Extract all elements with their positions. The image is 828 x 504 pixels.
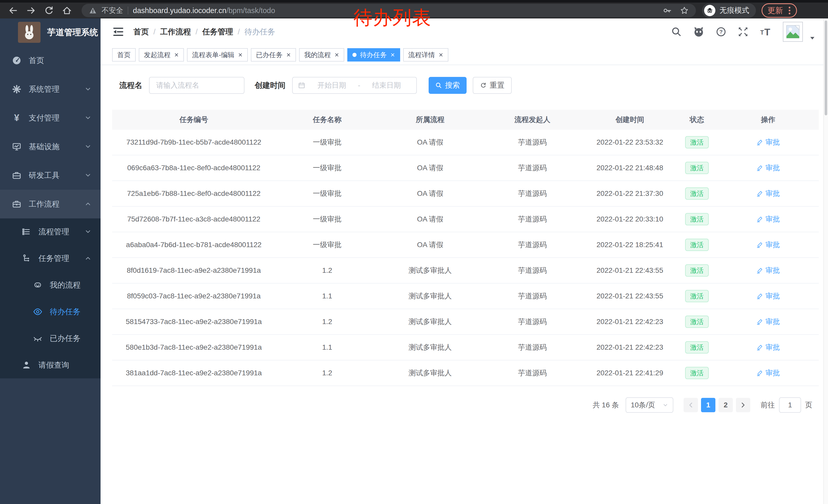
approve-link[interactable]: 审批 bbox=[756, 214, 780, 224]
sidebar-item-process-management[interactable]: 流程管理 bbox=[0, 218, 100, 245]
sidebar-item-my-process[interactable]: 我的流程 bbox=[0, 272, 100, 299]
sidebar-item-payment[interactable]: ¥ 支付管理 bbox=[0, 103, 100, 132]
page-scrollbar[interactable] bbox=[823, 18, 828, 504]
table-row[interactable]: 73211d9d-7b9b-11ec-b5b7-acde48001122 一级审… bbox=[112, 130, 819, 155]
tab-todo-tasks[interactable]: 待办任务 bbox=[347, 48, 400, 61]
url-security-label[interactable]: 不安全 bbox=[101, 6, 123, 15]
svg-text:T: T bbox=[760, 30, 764, 36]
close-icon[interactable] bbox=[334, 53, 339, 57]
tab-home[interactable]: 首页 bbox=[112, 48, 136, 61]
table-row[interactable]: 8f0d1619-7ac8-11ec-a9e2-a2380e71991a 1.2… bbox=[112, 258, 819, 283]
edit-pencil-icon bbox=[756, 165, 763, 171]
sidebar-item-infrastructure[interactable]: 基础设施 bbox=[0, 132, 100, 161]
next-page-button[interactable] bbox=[736, 398, 750, 412]
dashboard-icon bbox=[11, 55, 22, 66]
page-size-select[interactable]: 10条/页 bbox=[626, 397, 673, 413]
sidebar-item-task-management[interactable]: 任务管理 bbox=[0, 245, 100, 272]
chevron-down-icon bbox=[85, 85, 91, 94]
table-row[interactable]: 8f059c03-7ac8-11ec-a9e2-a2380e71991a 1.1… bbox=[112, 283, 819, 309]
scrollbar-thumb[interactable] bbox=[825, 20, 827, 116]
approve-link[interactable]: 审批 bbox=[756, 240, 780, 250]
avatar[interactable] bbox=[783, 22, 803, 42]
close-icon[interactable] bbox=[390, 53, 395, 57]
search-icon[interactable] bbox=[671, 27, 682, 37]
approve-link[interactable]: 审批 bbox=[756, 291, 780, 301]
caret-down-icon[interactable] bbox=[810, 36, 815, 40]
chevron-down-icon bbox=[85, 113, 91, 122]
update-button[interactable]: 更新 bbox=[761, 3, 797, 18]
goto-page-input[interactable] bbox=[779, 397, 801, 413]
kebab-menu-icon[interactable] bbox=[788, 6, 791, 15]
page-button-1[interactable]: 1 bbox=[701, 398, 715, 412]
approve-link[interactable]: 审批 bbox=[756, 189, 780, 198]
end-date-input[interactable] bbox=[362, 81, 411, 90]
tab-done-tasks[interactable]: 已办任务 bbox=[251, 48, 296, 61]
breadcrumb-home[interactable]: 首页 bbox=[133, 27, 149, 37]
incognito-label: 无痕模式 bbox=[719, 5, 749, 16]
close-icon[interactable] bbox=[439, 53, 443, 57]
status-badge: 激活 bbox=[685, 316, 709, 328]
reset-button[interactable]: 重置 bbox=[473, 77, 512, 94]
approve-link[interactable]: 审批 bbox=[756, 266, 780, 275]
star-icon[interactable] bbox=[680, 6, 689, 15]
tab-process-form-edit[interactable]: 流程表单-编辑 bbox=[187, 48, 248, 61]
incognito-icon bbox=[704, 5, 715, 16]
key-icon[interactable] bbox=[663, 6, 672, 15]
sidebar-menu: 首页 系统管理 ¥ 支付管理 基础设施 bbox=[0, 46, 100, 378]
sidebar-item-home[interactable]: 首页 bbox=[0, 46, 100, 75]
search-button[interactable]: 搜索 bbox=[429, 77, 466, 94]
prev-page-button[interactable] bbox=[684, 398, 698, 412]
table-row[interactable]: 58154733-7ac8-11ec-a9e2-a2380e71991a 1.2… bbox=[112, 309, 819, 335]
breadcrumb-workflow[interactable]: 工作流程 bbox=[160, 27, 191, 37]
help-icon[interactable]: ? bbox=[716, 27, 727, 37]
sidebar: 芋道管理系统 首页 系统管理 ¥ 支付管理 bbox=[0, 18, 100, 504]
sidebar-item-workflow[interactable]: 工作流程 bbox=[0, 190, 100, 218]
table-row[interactable]: 75d72608-7b7f-11ec-a3c8-acde48001122 一级审… bbox=[112, 207, 819, 232]
table-row[interactable]: 580e1b3d-7ac8-11ec-a9e2-a2380e71991a 1.1… bbox=[112, 335, 819, 360]
collapse-sidebar-icon[interactable] bbox=[112, 26, 124, 38]
edit-pencil-icon bbox=[756, 293, 763, 300]
approve-link[interactable]: 审批 bbox=[756, 342, 780, 352]
table-row[interactable]: 069c6a63-7b8a-11ec-8ef0-acde48001122 一级审… bbox=[112, 155, 819, 181]
status-badge: 激活 bbox=[685, 213, 709, 225]
task-table: 任务编号 任务名称 所属流程 流程发起人 创建时间 状态 操作 73211d9d… bbox=[112, 110, 819, 386]
font-size-icon[interactable]: TT bbox=[760, 27, 772, 37]
table-row[interactable]: 725a1eb6-7b88-11ec-8ef0-acde48001122 一级审… bbox=[112, 181, 819, 207]
approve-link[interactable]: 审批 bbox=[756, 317, 780, 327]
approve-link[interactable]: 审批 bbox=[756, 163, 780, 173]
sidebar-item-leave-query[interactable]: 请假查询 bbox=[0, 352, 100, 378]
logo-row[interactable]: 芋道管理系统 bbox=[0, 18, 100, 46]
goto-label: 前往 bbox=[760, 400, 775, 410]
pagination: 共 16 条 10条/页 1 2 前往 页 bbox=[100, 397, 823, 413]
sidebar-item-devtools[interactable]: 研发工具 bbox=[0, 161, 100, 190]
tab-my-process[interactable]: 我的流程 bbox=[299, 48, 344, 61]
breadcrumb-task-management[interactable]: 任务管理 bbox=[202, 27, 233, 37]
page-button-2[interactable]: 2 bbox=[718, 398, 733, 412]
sidebar-item-done-tasks[interactable]: 已办任务 bbox=[0, 325, 100, 352]
sidebar-item-todo-tasks[interactable]: 待办任务 bbox=[0, 299, 100, 325]
url-divider bbox=[128, 7, 128, 14]
tab-start-process[interactable]: 发起流程 bbox=[139, 48, 184, 61]
table-row[interactable]: 381aa1dd-7ac8-11ec-a9e2-a2380e71991a 1.2… bbox=[112, 360, 819, 386]
close-icon[interactable] bbox=[174, 53, 179, 57]
chevron-up-icon bbox=[85, 254, 91, 263]
close-icon[interactable] bbox=[286, 53, 291, 57]
home-icon[interactable] bbox=[60, 4, 74, 17]
sidebar-item-system[interactable]: 系统管理 bbox=[0, 75, 100, 103]
fullscreen-icon[interactable] bbox=[738, 27, 748, 37]
back-icon[interactable] bbox=[6, 4, 20, 17]
table-row[interactable]: a6aba0a4-7b6d-11ec-b781-acde48001122 一级审… bbox=[112, 232, 819, 258]
tab-process-detail[interactable]: 流程详情 bbox=[403, 48, 448, 61]
approve-link[interactable]: 审批 bbox=[756, 137, 780, 147]
status-badge: 激活 bbox=[685, 367, 709, 379]
process-name-input[interactable] bbox=[156, 81, 238, 90]
start-date-input[interactable] bbox=[307, 81, 356, 90]
forward-icon[interactable] bbox=[24, 4, 38, 17]
close-icon[interactable] bbox=[238, 53, 243, 57]
github-icon[interactable] bbox=[693, 26, 704, 37]
refresh-icon bbox=[480, 82, 487, 89]
approve-link[interactable]: 审批 bbox=[756, 368, 780, 378]
reload-icon[interactable] bbox=[42, 4, 56, 17]
url-text[interactable]: dashboard.yudao.iocoder.cn/bpm/task/todo bbox=[133, 6, 275, 15]
breadcrumb: 首页 / 工作流程 / 任务管理 / 待办任务 bbox=[133, 27, 275, 37]
